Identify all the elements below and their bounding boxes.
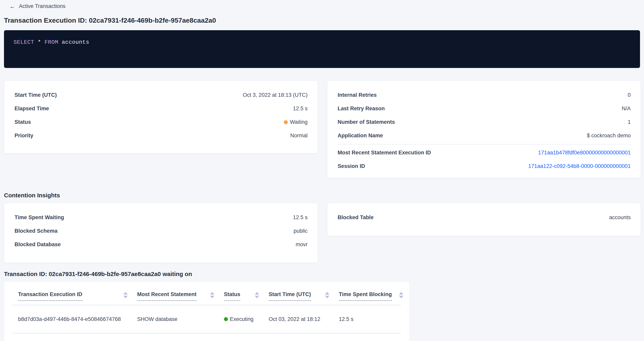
- cell-transaction-execution-id: b8d7d03a-d497-446b-8474-e50846674768: [18, 316, 128, 322]
- summary-card-right: Internal Retries 0 Last Retry Reason N/A…: [327, 81, 641, 178]
- status-value: Waiting: [284, 119, 308, 125]
- card-divider: [337, 144, 631, 144]
- last-retry-reason-label: Last Retry Reason: [338, 105, 385, 112]
- blocked-table-value: accounts: [609, 214, 631, 221]
- most-recent-statement-execution-id-link[interactable]: 171aa1b478fdf0e80000000000000001: [538, 150, 631, 156]
- number-of-statements-value: 1: [628, 119, 631, 125]
- row-blocked-table: Blocked Table accounts: [338, 211, 631, 224]
- session-id-label: Session ID: [338, 163, 365, 169]
- contention-insights-heading: Contention Insights: [4, 192, 640, 198]
- status-label: Status: [14, 119, 31, 125]
- sort-arrows-icon[interactable]: [210, 292, 214, 298]
- sort-arrows-icon[interactable]: [325, 292, 329, 298]
- time-spent-blocking-header-label[interactable]: Time Spent Blocking: [339, 292, 392, 301]
- status-executing-dot-icon: [224, 317, 228, 321]
- sql-keyword-select: SELECT: [14, 39, 34, 45]
- sort-arrows-icon[interactable]: [255, 292, 259, 298]
- back-link-label: Active Transactions: [19, 3, 66, 9]
- sql-statement-box: SELECT * FROM accounts: [4, 30, 640, 68]
- row-session-id: Session ID 171aa122-c092-54b8-0000-00000…: [338, 160, 631, 173]
- cell-most-recent-statement: SHOW database: [137, 316, 214, 322]
- blocked-database-label: Blocked Database: [14, 241, 61, 248]
- column-header-time-spent-blocking: Time Spent Blocking: [339, 292, 403, 301]
- cell-status: Executing: [224, 316, 259, 322]
- number-of-statements-label: Number of Statements: [338, 119, 395, 125]
- sql-star-operator: *: [38, 39, 41, 45]
- back-link[interactable]: ← Active Transactions: [9, 3, 66, 9]
- page-title: Transaction Execution ID: 02ca7931-f246-…: [4, 16, 640, 24]
- sql-keyword-from: FROM: [44, 39, 58, 45]
- row-status: Status Waiting: [14, 115, 308, 129]
- table-row-divider: [12, 333, 401, 334]
- blocked-database-value: movr: [296, 241, 308, 248]
- column-header-start-time: Start Time (UTC): [269, 292, 329, 301]
- executing-status-text: Executing: [230, 316, 254, 322]
- cell-start-time: Oct 03, 2022 at 18:12: [269, 316, 329, 322]
- back-arrow-icon: ←: [9, 3, 15, 9]
- row-most-recent-statement-execution-id: Most Recent Statement Execution ID 171aa…: [338, 146, 631, 160]
- time-spent-waiting-label: Time Spent Waiting: [14, 214, 64, 221]
- elapsed-time-label: Elapsed Time: [14, 105, 49, 112]
- table-header-row: Transaction Execution ID Most Recent Sta…: [4, 292, 409, 301]
- status-text: Waiting: [290, 119, 308, 125]
- priority-label: Priority: [14, 133, 34, 139]
- summary-card-left: Start Time (UTC) Oct 3, 2022 at 18:13 (U…: [4, 81, 318, 153]
- sort-arrows-icon[interactable]: [399, 292, 403, 298]
- row-last-retry-reason: Last Retry Reason N/A: [338, 102, 631, 115]
- elapsed-time-value: 12.5 s: [293, 105, 308, 112]
- time-spent-waiting-value: 12.5 s: [293, 214, 308, 221]
- blocked-table-label: Blocked Table: [338, 214, 374, 221]
- application-name-label: Application Name: [338, 133, 383, 139]
- waiting-on-heading: Transaction ID: 02ca7931-f246-469b-b2fe-…: [4, 271, 640, 277]
- row-application-name: Application Name $ cockroach demo: [338, 129, 631, 142]
- sql-statement-text: SELECT * FROM accounts: [14, 39, 89, 45]
- status-waiting-dot-icon: [284, 120, 288, 124]
- row-blocked-database: Blocked Database movr: [14, 238, 308, 251]
- row-time-spent-waiting: Time Spent Waiting 12.5 s: [14, 211, 308, 224]
- row-start-time: Start Time (UTC) Oct 3, 2022 at 18:13 (U…: [14, 88, 308, 102]
- row-elapsed-time: Elapsed Time 12.5 s: [14, 102, 308, 115]
- transaction-execution-id-header-label[interactable]: Transaction Execution ID: [18, 292, 82, 301]
- session-id-link[interactable]: 171aa122-c092-54b8-0000-000000000001: [528, 163, 631, 169]
- sort-arrows-icon[interactable]: [123, 292, 128, 298]
- column-header-transaction-execution-id: Transaction Execution ID: [18, 292, 128, 301]
- start-time-header-label[interactable]: Start Time (UTC): [269, 292, 311, 301]
- most-recent-statement-header-label[interactable]: Most Recent Statement: [137, 292, 197, 301]
- internal-retries-value: 0: [628, 92, 631, 98]
- contention-cards-row: Time Spent Waiting 12.5 s Blocked Schema…: [4, 203, 641, 263]
- summary-cards-row: Start Time (UTC) Oct 3, 2022 at 18:13 (U…: [4, 81, 641, 178]
- sql-table-identifier: accounts: [62, 39, 89, 45]
- row-blocked-schema: Blocked Schema public: [14, 224, 308, 238]
- priority-value: Normal: [290, 133, 308, 139]
- status-header-label[interactable]: Status: [224, 292, 240, 301]
- contention-card-right: Blocked Table accounts: [327, 203, 641, 236]
- start-time-label: Start Time (UTC): [14, 92, 57, 98]
- blocked-schema-label: Blocked Schema: [14, 228, 58, 234]
- most-recent-statement-execution-id-label: Most Recent Statement Execution ID: [338, 150, 431, 156]
- row-number-of-statements: Number of Statements 1: [338, 115, 631, 129]
- internal-retries-label: Internal Retries: [338, 92, 377, 98]
- contention-card-left: Time Spent Waiting 12.5 s Blocked Schema…: [4, 203, 318, 263]
- start-time-value: Oct 3, 2022 at 18:13 (UTC): [243, 92, 308, 98]
- cell-time-spent-blocking: 12.5 s: [339, 316, 403, 322]
- column-header-status: Status: [224, 292, 259, 301]
- row-internal-retries: Internal Retries 0: [338, 88, 631, 102]
- application-name-value: $ cockroach demo: [587, 133, 631, 139]
- column-header-most-recent-statement: Most Recent Statement: [137, 292, 214, 301]
- row-priority: Priority Normal: [14, 129, 308, 142]
- last-retry-reason-value: N/A: [622, 105, 631, 112]
- waiting-on-table: Transaction Execution ID Most Recent Sta…: [4, 281, 410, 341]
- blocked-schema-value: public: [294, 228, 308, 234]
- table-row: b8d7d03a-d497-446b-8474-e50846674768 SHO…: [4, 305, 409, 333]
- transaction-details-page: ← Active Transactions Transaction Execut…: [0, 0, 644, 341]
